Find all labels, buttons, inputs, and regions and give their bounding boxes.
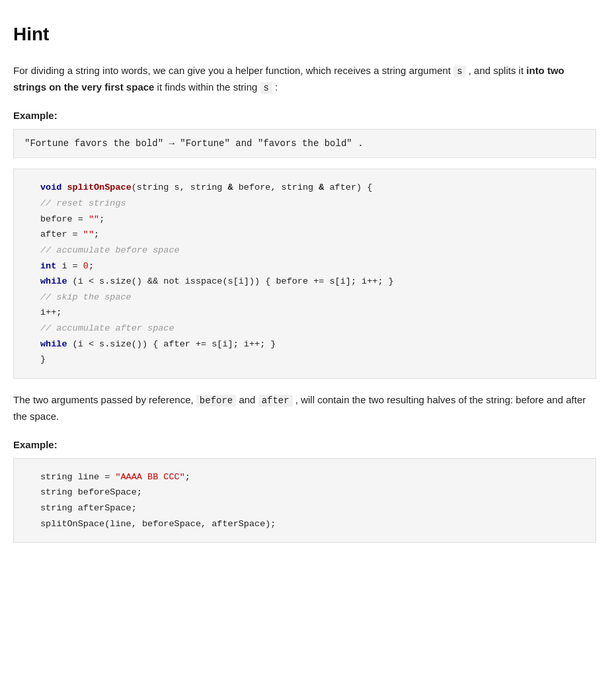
- code-line-6: int i = 0;: [40, 259, 582, 274]
- comment-accumulate-before: // accumulate before space: [40, 245, 180, 255]
- code-line-10: // accumulate after space: [40, 321, 582, 337]
- kw-while2: while: [40, 339, 67, 349]
- code-line-4: after = "";: [40, 227, 582, 243]
- intro-text-end: it finds within the string: [157, 81, 258, 93]
- example1-arrow: →: [169, 138, 180, 149]
- example1-and: and: [235, 138, 258, 149]
- code2-line-2: string beforeSpace;: [40, 485, 582, 500]
- example1-label: Example:: [13, 108, 596, 124]
- code-line-11: while (i < s.size()) { after += s[i]; i+…: [40, 337, 582, 352]
- code-line-8: // skip the space: [40, 290, 582, 305]
- example1-quote2: "Fortune": [180, 138, 230, 149]
- kw-int: int: [40, 261, 56, 271]
- example1-dot: .: [358, 138, 363, 149]
- code-line-2: // reset strings: [40, 196, 582, 212]
- str-empty2: "": [83, 229, 94, 239]
- kw-while1: while: [40, 276, 67, 286]
- comment-reset: // reset strings: [40, 198, 126, 208]
- str-aaaa: "AAAA BB CCC": [115, 472, 184, 482]
- intro-colon: :: [275, 81, 278, 93]
- intro-text-middle: , and splits it: [469, 65, 523, 76]
- example1-quote1: "Fortune favors the bold": [24, 138, 163, 149]
- comment-skip: // skip the space: [40, 292, 132, 302]
- intro-text-start: For dividing a string into words, we can…: [13, 65, 451, 76]
- para2-and: and: [239, 394, 258, 405]
- code2-line-1: string line = "AAAA BB CCC";: [40, 469, 582, 485]
- para2-start: The two arguments passed by reference,: [13, 394, 194, 405]
- code2-line-4: splitOnSpace(line, beforeSpace, afterSpa…: [40, 516, 582, 532]
- intro-arg-s: s: [453, 65, 465, 77]
- example1-line: "Fortune favors the bold" → "Fortune" an…: [13, 129, 596, 158]
- code-line-1: void splitOnSpace(string s, string & bef…: [40, 180, 582, 196]
- page-title: Hint: [13, 20, 596, 50]
- code-line1-rest: (string s, string & before, string & aft…: [132, 182, 373, 192]
- code-line-9: i++;: [40, 305, 582, 321]
- intro-paragraph: For dividing a string into words, we can…: [13, 63, 596, 96]
- str-empty1: "": [89, 214, 99, 224]
- comment-accumulate-after: // accumulate after space: [40, 323, 174, 333]
- code2-line-3: string afterSpace;: [40, 500, 582, 516]
- code-block-2: string line = "AAAA BB CCC"; string befo…: [13, 458, 596, 543]
- fn-splitOnSpace: splitOnSpace: [67, 182, 132, 192]
- code-block-1: void splitOnSpace(string s, string & bef…: [13, 169, 596, 379]
- kw-void: void: [40, 182, 61, 192]
- code-line-12: }: [40, 352, 582, 368]
- zero-val: 0: [83, 261, 89, 271]
- example2-label: Example:: [13, 437, 596, 453]
- code-line-5: // accumulate before space: [40, 243, 582, 259]
- para2-before: before: [196, 395, 236, 407]
- para2-after: after: [258, 395, 293, 407]
- example1-quote3: "favors the bold": [258, 138, 352, 149]
- intro-arg-s2: s: [260, 82, 272, 94]
- code-line-7: while (i < s.size() && not isspace(s[i])…: [40, 274, 582, 290]
- paragraph2: The two arguments passed by reference, b…: [13, 392, 596, 425]
- code-line-3: before = "";: [40, 212, 582, 227]
